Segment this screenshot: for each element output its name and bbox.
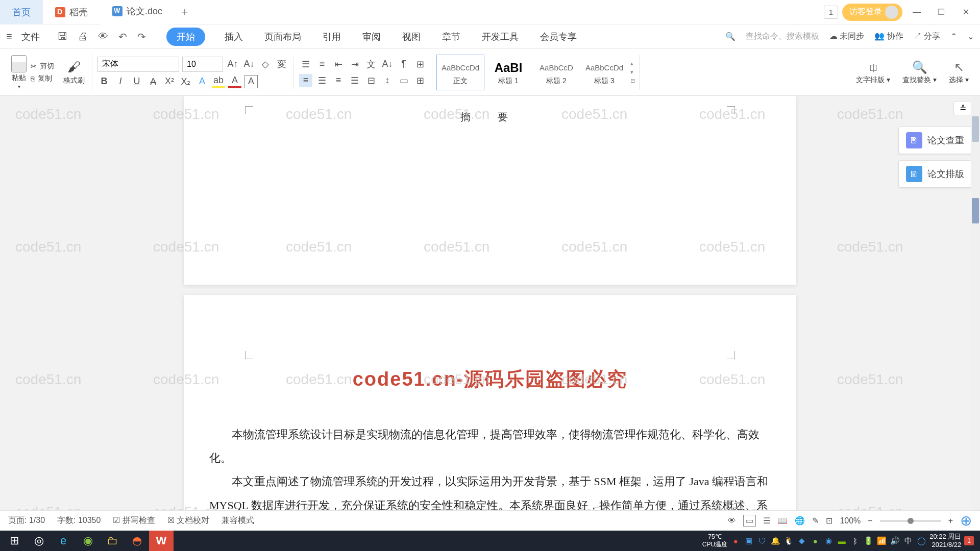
browser-icon[interactable]: ◉ bbox=[76, 531, 100, 551]
sort-button[interactable]: A↓ bbox=[381, 58, 394, 71]
show-marks-button[interactable]: ¶ bbox=[397, 58, 410, 71]
align-left-button[interactable]: ≡ bbox=[299, 74, 312, 87]
bluetooth-icon[interactable]: ᛒ bbox=[850, 536, 860, 546]
zoom-in-button[interactable]: + bbox=[948, 516, 953, 525]
tab-home[interactable]: 首页 bbox=[0, 0, 43, 24]
asian-layout-button[interactable]: 文 bbox=[364, 58, 378, 71]
new-tab-button[interactable]: + bbox=[175, 2, 195, 22]
borders-button[interactable]: ⊞ bbox=[413, 74, 427, 87]
wps-icon[interactable]: W bbox=[149, 531, 174, 551]
zoom-slider[interactable] bbox=[880, 520, 941, 522]
tab-layout[interactable]: 页面布局 bbox=[262, 28, 303, 46]
highlight-button[interactable]: ab bbox=[212, 75, 225, 88]
copy-button[interactable]: ⎘复制 bbox=[31, 74, 54, 83]
bullets-button[interactable]: ☰ bbox=[299, 58, 312, 71]
align-right-button[interactable]: ≡ bbox=[332, 74, 345, 87]
explorer-icon[interactable]: 🗀 bbox=[100, 531, 125, 551]
phonetic-icon[interactable]: 変 bbox=[275, 58, 288, 71]
font-size-select[interactable] bbox=[182, 57, 223, 72]
tray-icon[interactable]: ◉ bbox=[823, 536, 834, 546]
page-view-icon[interactable]: ▭ bbox=[743, 515, 756, 527]
battery-icon[interactable]: 🔋 bbox=[863, 536, 873, 546]
undo-icon[interactable]: ↶ bbox=[118, 31, 127, 43]
zoom-level[interactable]: 100% bbox=[840, 516, 861, 525]
collab-button[interactable]: 👥 协作 bbox=[874, 31, 903, 42]
subscript-button[interactable]: X₂ bbox=[179, 75, 192, 88]
print-icon[interactable]: 🖨 bbox=[78, 31, 88, 42]
cpu-temp-widget[interactable]: 75℃CPU温度 bbox=[702, 533, 727, 549]
strikethrough-button[interactable]: A̶ bbox=[146, 75, 160, 88]
sync-status[interactable]: ☁ 未同步 bbox=[829, 31, 864, 42]
numbering-button[interactable]: ≡ bbox=[315, 58, 329, 71]
eye-icon[interactable]: 👁 bbox=[728, 516, 736, 525]
tab-member[interactable]: 会员专享 bbox=[538, 28, 579, 46]
tab-daoke[interactable]: 稻壳 bbox=[43, 0, 100, 24]
select-button[interactable]: ↖选择 ▾ bbox=[949, 60, 969, 85]
superscript-button[interactable]: X² bbox=[163, 75, 176, 88]
search-input[interactable]: 查找命令、搜索模板 bbox=[746, 31, 819, 42]
tray-icon[interactable]: ▣ bbox=[744, 536, 754, 546]
align-justify-button[interactable]: ☰ bbox=[348, 74, 361, 87]
proofing-toggle[interactable]: ☒ 文档校对 bbox=[167, 515, 209, 526]
zoom-out-button[interactable]: − bbox=[868, 516, 872, 525]
line-spacing-button[interactable]: ↕ bbox=[381, 74, 394, 87]
clock[interactable]: 20:22 周日2021/8/22 bbox=[929, 533, 961, 548]
tray-icon[interactable]: ● bbox=[730, 536, 741, 546]
style-heading3[interactable]: AaBbCcDd标题 3 bbox=[580, 55, 628, 90]
outdent-button[interactable]: ⇤ bbox=[332, 58, 345, 71]
login-button[interactable]: 访客登录 bbox=[842, 4, 902, 21]
pen-icon[interactable]: ✎ bbox=[812, 516, 819, 525]
outline-view-icon[interactable]: ☰ bbox=[763, 516, 770, 525]
collapse-up-icon[interactable]: ⌃ bbox=[950, 32, 957, 41]
text-effects-button[interactable]: A bbox=[195, 75, 209, 88]
tray-bell-icon[interactable]: 🔔 bbox=[770, 536, 780, 546]
style-heading2[interactable]: AaBbCcD标题 2 bbox=[532, 55, 580, 90]
tab-start[interactable]: 开始 bbox=[166, 28, 205, 46]
page-current[interactable]: code51.cn-源码乐园盗图必究 本物流管理系统设计目标是实现物流的信息化管… bbox=[184, 295, 796, 518]
italic-button[interactable]: I bbox=[114, 75, 127, 88]
cut-button[interactable]: ✂剪切 bbox=[31, 62, 54, 71]
tray-icon[interactable]: ▬ bbox=[837, 536, 847, 546]
shading-button[interactable]: ▭ bbox=[397, 74, 410, 87]
wifi-icon[interactable]: 📶 bbox=[876, 536, 887, 546]
scroll-thumb[interactable] bbox=[972, 198, 979, 223]
style-normal[interactable]: AaBbCcDd正文 bbox=[436, 55, 484, 90]
redo-icon[interactable]: ↷ bbox=[137, 31, 146, 43]
side-collapse-button[interactable]: ≙ bbox=[953, 101, 972, 115]
styles-down-icon[interactable]: ▾ bbox=[630, 69, 635, 76]
distribute-button[interactable]: ⊟ bbox=[364, 74, 378, 87]
start-button[interactable]: ⊞ bbox=[2, 531, 27, 551]
window-index[interactable]: 1 bbox=[824, 6, 838, 19]
close-button[interactable]: ✕ bbox=[955, 3, 976, 21]
styles-up-icon[interactable]: ▴ bbox=[630, 60, 635, 67]
tray-icon[interactable]: ◆ bbox=[797, 536, 807, 546]
notification-center[interactable]: 1 bbox=[964, 536, 974, 545]
tab-view[interactable]: 视图 bbox=[400, 28, 423, 46]
tray-shield-icon[interactable]: 🛡 bbox=[757, 536, 767, 546]
bold-button[interactable]: B bbox=[97, 75, 111, 88]
volume-icon[interactable]: 🔊 bbox=[890, 536, 900, 546]
ime-indicator[interactable]: 中 bbox=[903, 536, 913, 546]
maximize-button[interactable]: ☐ bbox=[931, 3, 951, 21]
font-name-select[interactable] bbox=[97, 57, 179, 72]
paper-format-button[interactable]: 🗎论文排版 bbox=[898, 160, 972, 188]
tab-insert[interactable]: 插入 bbox=[223, 28, 245, 46]
tab-references[interactable]: 引用 bbox=[321, 28, 343, 46]
tab-devtools[interactable]: 开发工具 bbox=[480, 28, 521, 46]
collapse-down-icon[interactable]: ⌄ bbox=[967, 32, 974, 41]
font-color-button[interactable]: A bbox=[228, 75, 241, 88]
styles-expand-icon[interactable]: ⊟ bbox=[630, 78, 635, 84]
file-menu[interactable]: 文件 bbox=[21, 31, 40, 43]
tabstop-button[interactable]: ⊞ bbox=[413, 58, 427, 71]
shrink-font-icon[interactable]: A↓ bbox=[242, 58, 256, 71]
share-button[interactable]: ↗ 分享 bbox=[914, 31, 940, 42]
text-layout-button[interactable]: ⎅文字排版 ▾ bbox=[856, 60, 890, 85]
save-icon[interactable]: 🖫 bbox=[57, 31, 67, 42]
fullscreen-icon[interactable]: ⊕ bbox=[960, 512, 972, 529]
ie-icon[interactable]: e bbox=[51, 531, 76, 551]
minimize-button[interactable]: — bbox=[906, 3, 927, 21]
char-border-button[interactable]: A bbox=[244, 75, 258, 88]
tab-chapter[interactable]: 章节 bbox=[440, 28, 462, 46]
tab-document[interactable]: 论文.doc bbox=[100, 0, 175, 24]
clear-format-icon[interactable]: ◇ bbox=[259, 58, 272, 71]
